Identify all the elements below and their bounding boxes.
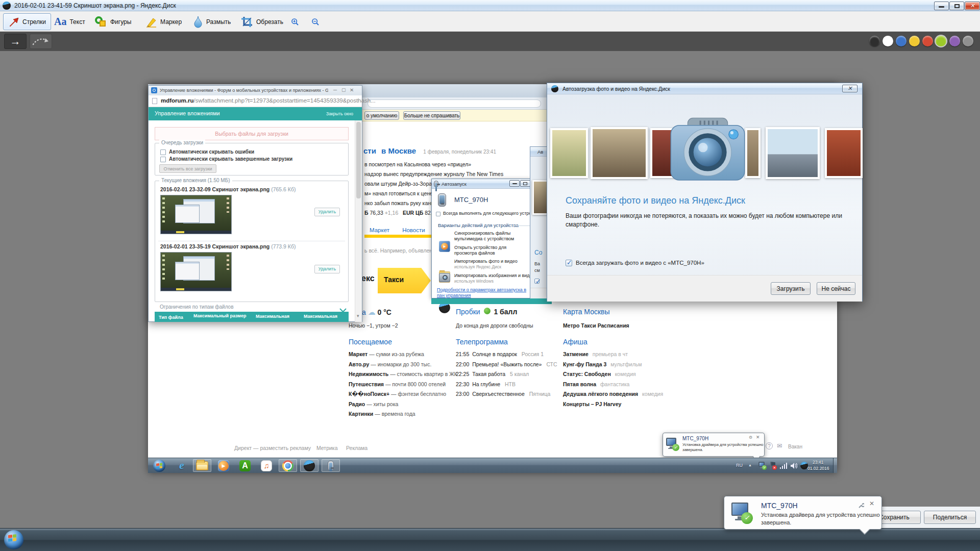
delete-attachment-button[interactable]: Удалить — [314, 265, 340, 273]
upload-button[interactable]: Загрузить — [771, 282, 811, 295]
visited-title[interactable]: Посещаемое — [349, 338, 392, 346]
tv-title[interactable]: Телепрограмма — [456, 338, 508, 346]
afisha-item[interactable]: Кунг-фу Панда 3 мультфильм — [563, 361, 642, 367]
visited-item[interactable]: К��ноПоиск+ — фэнтези бесплатно — [349, 391, 446, 397]
tool-text-button[interactable]: Aa Текст — [49, 13, 90, 30]
maximize-button[interactable] — [949, 2, 964, 10]
tv-item[interactable]: 22:25 Такая работа 5 канал — [456, 371, 529, 377]
visited-item[interactable]: Недвижимость — стоимость квартир в ЖК — [349, 371, 457, 377]
color-swatch-blue[interactable] — [896, 36, 906, 46]
afisha-title[interactable]: Афиша — [563, 338, 587, 346]
tool-marker-button[interactable]: Маркер — [140, 13, 187, 30]
arrow-style-dotted-button[interactable] — [30, 34, 52, 49]
tool-blur-button[interactable]: Размыть — [188, 13, 236, 30]
arrow-style-straight-button[interactable]: → — [4, 34, 27, 49]
autoplay-option-import-windows[interactable]: Импортировать изображения и видео, — [454, 273, 536, 278]
zoom-out-button[interactable] — [306, 13, 325, 30]
notification-close-icon[interactable]: ✕ — [869, 500, 874, 507]
forum-close-icon[interactable]: ✕ — [350, 87, 354, 93]
tab-news[interactable]: Новости — [402, 227, 425, 233]
footer-reklama-link[interactable]: Реклама — [346, 445, 368, 451]
news-item[interactable]: надзор вынес предупреждение журналу The … — [364, 171, 503, 177]
forum-close-window-link[interactable]: Закрыть окно — [326, 111, 353, 116]
afisha-item[interactable]: Статус: Свободен комедия — [563, 371, 636, 377]
color-swatch-purple[interactable] — [949, 36, 960, 46]
autoplay-details-link[interactable]: Подробности о параметрах автозапуска в п… — [437, 287, 529, 298]
dont-ask-again-button[interactable]: Больше не спрашивать — [403, 111, 460, 120]
forum-scrollbar[interactable]: ▾ — [355, 120, 362, 322]
autoplay-option-import-yadisk[interactable]: Импортировать фото и видео — [454, 259, 518, 264]
afisha-item[interactable]: Пятая волна фантастика — [563, 381, 629, 387]
news-header-fragment[interactable]: сти — [363, 146, 376, 155]
not-now-button[interactable]: Не сейчас — [817, 282, 855, 295]
scrollbar-down-arrow[interactable]: ▾ — [357, 313, 359, 318]
tv-item[interactable]: 23:00 Сверхъестественное Пятница — [456, 391, 550, 397]
footer-metrika-link[interactable]: Метрика — [316, 445, 338, 451]
attachment-thumbnail[interactable] — [160, 252, 232, 291]
autoupload-close-button[interactable]: ✕ — [842, 85, 857, 92]
minimize-button[interactable] — [934, 2, 949, 10]
visited-item[interactable]: Путешествия — почти 800 000 отелей — [349, 381, 446, 387]
forum-maximize-icon[interactable]: ▢ — [341, 87, 346, 92]
color-swatch-yellow[interactable] — [909, 36, 920, 46]
notification-settings-icon[interactable] — [858, 502, 864, 511]
forum-urlbar[interactable]: mdforum.ru/swfattachment.php?t=12973&pos… — [149, 95, 362, 107]
color-swatch-black[interactable] — [869, 36, 880, 46]
autoplay-always-checkbox[interactable] — [436, 212, 440, 216]
traffic-link[interactable]: Пробки — [456, 308, 480, 316]
hide-done-checkbox[interactable] — [160, 157, 166, 162]
tv-item[interactable]: 21:55 Солнце в подарок Россия 1 — [456, 351, 544, 357]
tv-item[interactable]: 22:00 Премьера! «Выжить после» СТС — [456, 361, 557, 367]
afisha-item[interactable]: Дедушка лёгкого поведения комедия — [563, 391, 663, 397]
start-button[interactable] — [4, 530, 23, 549]
set-default-browser-button[interactable]: о умолчанию — [364, 111, 399, 120]
zoom-in-button[interactable] — [286, 13, 304, 30]
search-bar-fragment[interactable] — [364, 235, 432, 238]
map-link[interactable]: Карта Москвы — [563, 308, 610, 316]
close-button[interactable]: ✕ — [965, 2, 980, 10]
visited-item[interactable]: Картинки — времена года — [349, 411, 415, 417]
tool-shapes-button[interactable]: Фигуры — [90, 13, 136, 30]
visited-item[interactable]: Авто.ру — иномарки до 300 тыс. — [349, 361, 431, 367]
news-item[interactable]: в посмотрел на Касьянова через «прицел» — [364, 161, 471, 167]
notification-title[interactable]: MTC_970H — [761, 502, 798, 510]
weather-link-fragment[interactable]: а — [362, 308, 366, 316]
cancel-all-button[interactable]: Отменить все загрузки — [159, 164, 216, 173]
help-icon[interactable]: ? — [766, 442, 773, 449]
footer-vacancies-link[interactable]: Вакан — [788, 444, 802, 449]
color-swatch-white[interactable] — [883, 36, 893, 46]
autoplay-maximize-button[interactable] — [520, 180, 530, 187]
color-swatch-gray[interactable] — [963, 36, 973, 46]
taxi-banner[interactable]: Такси — [378, 268, 431, 293]
forum-minimize-icon[interactable]: ─ — [333, 87, 337, 93]
delete-attachment-button[interactable]: Удалить — [314, 208, 340, 216]
choose-files-button[interactable]: Выбрать файлы для загрузки — [155, 127, 349, 140]
news-header-city[interactable]: в Москве — [381, 146, 416, 155]
visited-item[interactable]: Маркет — сумки из-за рубежа — [349, 351, 424, 357]
always-upload-checkbox[interactable] — [566, 260, 572, 266]
notification-text-line2: завершена. — [761, 519, 791, 525]
captured-notification-text: Установка драйвера для устройства успешн… — [682, 442, 764, 447]
tool-arrows-button[interactable]: Стрелки — [3, 13, 51, 30]
map-sublinks[interactable]: Метро Такси Расписания — [563, 322, 629, 329]
news-item[interactable]: нко забыл пожать руку канцле — [364, 200, 440, 206]
autoplay-option-open[interactable]: Открыть устройство для просмотра файлов — [454, 245, 530, 256]
color-swatch-green-selected[interactable] — [936, 36, 946, 46]
tool-crop-button[interactable]: Обрезать — [236, 13, 288, 30]
news-item[interactable]: м» начал готовиться к цене на — [364, 190, 440, 196]
mail-icon[interactable]: ✉ — [777, 442, 782, 449]
hide-errors-checkbox[interactable] — [160, 149, 166, 155]
tab-market[interactable]: Маркет — [370, 227, 389, 233]
footer-direct-link[interactable]: Директ — разместить рекламу — [234, 445, 311, 451]
news-item[interactable]: овали штурм Дейр-эз-Зора, ун — [364, 181, 440, 187]
visited-item[interactable]: Радио — хиты рока — [349, 401, 398, 407]
autoplay-option-sync[interactable]: Синхронизировать файлы мультимедиа с уст… — [454, 231, 530, 242]
afisha-item[interactable]: Концерты – PJ Harvey — [563, 401, 621, 407]
tv-item[interactable]: 22:30 На глубине НТВ — [456, 381, 516, 387]
attachment-thumbnail[interactable] — [160, 195, 232, 234]
forum-url[interactable]: mdforum.ru/swfattachment.php?t=12973&pos… — [161, 97, 376, 104]
autoplay-minimize-button[interactable] — [509, 180, 520, 187]
color-swatch-red[interactable] — [922, 36, 933, 46]
share-button[interactable]: Поделиться — [924, 511, 976, 524]
afisha-item[interactable]: Затмение премьера в чт — [563, 351, 628, 357]
